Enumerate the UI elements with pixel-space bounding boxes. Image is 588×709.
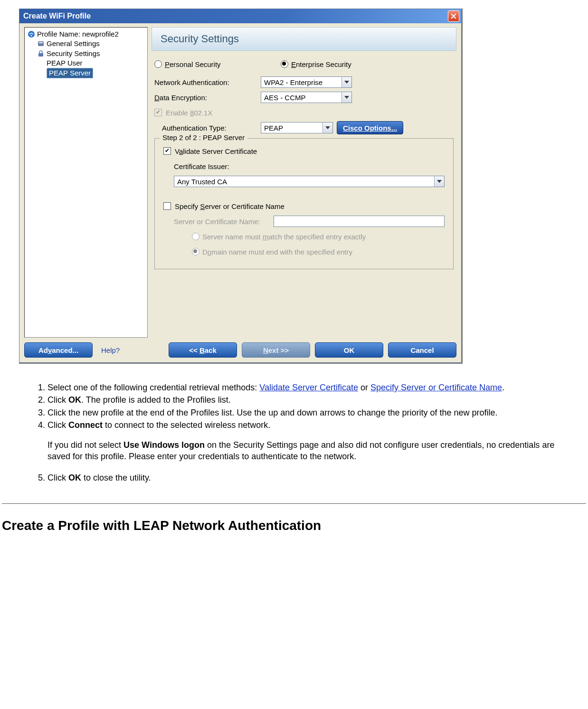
- tree-profile-root[interactable]: Profile Name: newprofile2: [25, 29, 147, 39]
- button-label: Cancel: [410, 346, 434, 354]
- specify-server-checkbox[interactable]: [163, 202, 171, 210]
- pane-header: Security Settings: [152, 27, 456, 51]
- instruction-1: Select one of the following credential r…: [47, 382, 574, 394]
- instructions: Select one of the following credential r…: [0, 363, 588, 484]
- advanced-button[interactable]: Advanced...: [24, 342, 93, 358]
- select-value: Any Trusted CA: [174, 178, 434, 186]
- tree-label: Security Settings: [47, 49, 100, 58]
- cisco-options-button[interactable]: Cisco Options...: [337, 121, 403, 134]
- instruction-5: Click OK to close the utility.: [47, 472, 574, 484]
- select-value: AES - CCMP: [261, 94, 341, 102]
- lock-icon: [37, 50, 45, 57]
- chevron-down-icon: [341, 77, 351, 87]
- network-auth-label: Network Authentication:: [154, 78, 261, 86]
- settings-pane: Security Settings PPersonal Securityerso…: [152, 27, 456, 338]
- button-label: Next >>: [263, 346, 289, 354]
- profile-tree[interactable]: Profile Name: newprofile2 General Settin…: [24, 27, 148, 338]
- personal-security-radio[interactable]: [154, 60, 162, 68]
- tree-peap-user[interactable]: PEAP User: [25, 58, 147, 68]
- cert-issuer-label: Certificate Issuer:: [174, 162, 229, 170]
- section-heading: Create a Profile with LEAP Network Authe…: [0, 504, 588, 533]
- tree-label-selected: PEAP Server: [47, 68, 93, 78]
- svg-rect-4: [38, 53, 43, 57]
- settings-icon: [37, 40, 45, 47]
- enterprise-security-label: Enterprise Security: [291, 60, 356, 68]
- svg-point-1: [31, 35, 32, 37]
- auth-type-label: Authentication Type:: [154, 124, 261, 132]
- select-value: WPA2 - Enterprise: [261, 78, 341, 86]
- instruction-2: Click OK. The profile is added to the Pr…: [47, 394, 574, 406]
- button-label: Advanced...: [38, 346, 78, 354]
- tree-security-settings[interactable]: Security Settings: [25, 49, 147, 58]
- svg-rect-3: [39, 42, 43, 43]
- tree-general-settings[interactable]: General Settings: [25, 39, 147, 48]
- data-encryption-label: Data Encryption:: [154, 94, 261, 102]
- specify-server-label: Specify Server or Certificate Name: [175, 202, 285, 210]
- match-exact-label: Server name must match the specified ent…: [202, 233, 366, 241]
- close-icon: [451, 13, 456, 19]
- enable-8021x-label: Enable 802.1X: [166, 109, 212, 117]
- button-label: OK: [344, 346, 355, 354]
- match-suffix-label: Domain name must end with the specified …: [202, 248, 352, 256]
- titlebar: Create WiFi Profile: [19, 9, 461, 23]
- tree-label: PEAP User: [47, 58, 83, 68]
- dialog-footer: Advanced... Help? << Back Next >> OK Can…: [24, 342, 456, 358]
- chevron-down-icon: [434, 176, 444, 187]
- validate-cert-checkbox[interactable]: [163, 147, 171, 155]
- server-name-input: [274, 216, 445, 227]
- instruction-3: Click the new profile at the end of the …: [47, 407, 574, 419]
- tree-label: General Settings: [47, 39, 100, 48]
- cancel-button[interactable]: Cancel: [388, 342, 456, 358]
- wifi-icon: [28, 30, 35, 38]
- next-button: Next >>: [242, 342, 310, 358]
- auth-type-select[interactable]: PEAP: [261, 122, 333, 133]
- cert-issuer-select[interactable]: Any Trusted CA: [174, 176, 445, 187]
- personal-security-label: PPersonal Securityersonal Security: [165, 60, 281, 68]
- pane-title: Security Settings: [161, 33, 239, 45]
- ok-button[interactable]: OK: [315, 342, 383, 358]
- svg-rect-2: [38, 41, 44, 46]
- dialog-title: Create WiFi Profile: [23, 12, 91, 20]
- server-name-label: Server or Certificate Name:: [174, 217, 274, 226]
- data-encryption-select[interactable]: AES - CCMP: [261, 92, 352, 103]
- tree-label: Profile Name: newprofile2: [37, 29, 119, 39]
- create-wifi-profile-dialog: Create WiFi Profile Profile Name: newpro…: [19, 9, 462, 363]
- close-button[interactable]: [448, 10, 459, 22]
- select-value: PEAP: [261, 124, 322, 132]
- network-auth-select[interactable]: WPA2 - Enterprise: [261, 76, 352, 88]
- peap-server-group: Step 2 of 2 : PEAP Server Validate Serve…: [154, 138, 454, 269]
- button-label: << Back: [189, 346, 217, 354]
- group-legend: Step 2 of 2 : PEAP Server: [160, 133, 247, 142]
- chevron-down-icon: [341, 92, 351, 103]
- instruction-4: Click Connect to connect to the selected…: [47, 419, 574, 463]
- tree-peap-server[interactable]: PEAP Server: [25, 68, 147, 78]
- back-button[interactable]: << Back: [169, 342, 237, 358]
- enterprise-security-radio[interactable]: [281, 60, 288, 68]
- enable-8021x-checkbox: [154, 109, 162, 116]
- specify-server-link[interactable]: Specify Server or Certificate Name: [370, 383, 502, 392]
- validate-cert-label: Validate Server Certificate: [175, 147, 257, 155]
- help-link[interactable]: Help?: [101, 346, 120, 354]
- chevron-down-icon: [322, 123, 332, 133]
- match-suffix-radio: [192, 248, 199, 255]
- match-exact-radio: [192, 233, 199, 240]
- validate-cert-link[interactable]: Validate Server Certificate: [259, 383, 358, 392]
- svg-point-0: [28, 31, 35, 38]
- button-label: Cisco Options...: [343, 124, 397, 132]
